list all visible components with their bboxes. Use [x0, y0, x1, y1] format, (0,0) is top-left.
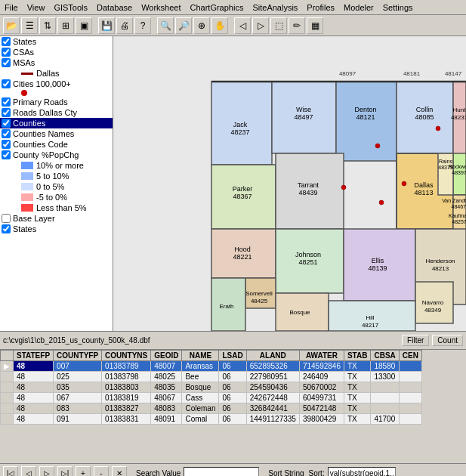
- nav-minus[interactable]: -: [94, 466, 109, 477]
- toolbar-pan[interactable]: ✋: [211, 17, 228, 34]
- cell-countyfp: 035: [54, 382, 102, 393]
- layer-county-pop[interactable]: County %PopChg: [0, 150, 113, 160]
- table-row[interactable]: 480350138380348035Bosque0625459043650670…: [1, 382, 422, 393]
- nav-delete[interactable]: ✕: [112, 466, 127, 477]
- dallas-line-icon: [21, 73, 33, 75]
- layer-counties-code-checkbox[interactable]: [2, 140, 11, 149]
- cell-countyns: 01383831: [102, 414, 151, 425]
- toolbar-box[interactable]: ▣: [76, 17, 92, 34]
- menu-settings[interactable]: Settings: [378, 2, 418, 14]
- toolbar-table[interactable]: ▦: [307, 17, 323, 34]
- svg-text:Collin: Collin: [416, 106, 434, 113]
- sort-input[interactable]: val(substr(geoid,1..: [328, 467, 396, 477]
- col-stab[interactable]: STAB: [344, 351, 370, 361]
- layer-roads-dallas-checkbox[interactable]: [2, 108, 11, 117]
- svg-marker-5: [453, 82, 466, 161]
- toolbar-save[interactable]: 💾: [98, 17, 115, 34]
- layer-cities-checkbox[interactable]: [2, 79, 11, 88]
- layer-msas[interactable]: MSAs: [0, 57, 113, 68]
- cell-cen: [399, 372, 421, 382]
- layer-csas[interactable]: CSAs: [0, 47, 113, 57]
- legend-0to5: 0 to 5%: [0, 181, 113, 192]
- layer-base-checkbox[interactable]: [2, 214, 11, 223]
- layer-states-checkbox[interactable]: [2, 37, 11, 46]
- svg-text:Henderson: Henderson: [425, 258, 455, 264]
- layer-counties-names[interactable]: Counties Names: [0, 128, 113, 139]
- menu-worksheet[interactable]: Worksheet: [137, 2, 185, 14]
- layer-base[interactable]: Base Layer: [0, 213, 113, 224]
- cell-geoid: 48067: [151, 393, 182, 403]
- table-row[interactable]: 480910138383148091Comal06144911273353980…: [1, 414, 422, 425]
- layer-roads-dallas[interactable]: Roads Dallas Cty: [0, 107, 113, 118]
- toolbar-grid[interactable]: ⊞: [57, 17, 74, 34]
- layer-states[interactable]: States: [0, 36, 113, 47]
- menu-siteanalysis[interactable]: SiteAnalysis: [248, 2, 302, 14]
- data-table[interactable]: STATEFP COUNTYFP COUNTYNS GEOID NAME LSA…: [0, 350, 466, 463]
- cell-awater: 50670002: [299, 382, 344, 393]
- menu-view[interactable]: View: [23, 2, 50, 14]
- menu-profiles[interactable]: Profiles: [302, 2, 339, 14]
- layer-primary-roads[interactable]: Primary Roads: [0, 97, 113, 107]
- layer-msas-checkbox[interactable]: [2, 58, 11, 67]
- table-row[interactable]: 480830138382748083Coleman063268424415047…: [1, 403, 422, 414]
- svg-text:48139: 48139: [368, 264, 387, 272]
- layer-csas-checkbox[interactable]: [2, 48, 11, 57]
- toolbar-forward[interactable]: ▷: [252, 17, 269, 34]
- toolbar-list[interactable]: ☰: [21, 17, 38, 34]
- layer-counties-checkbox[interactable]: [2, 119, 11, 128]
- toolbar-open[interactable]: 📂: [3, 17, 20, 34]
- layer-counties[interactable]: Counties: [0, 118, 113, 128]
- layer-counties-names-checkbox[interactable]: [2, 129, 11, 138]
- col-awater[interactable]: AWATER: [299, 351, 344, 361]
- table-row[interactable]: 480250138379848025Bee06227980951246409TX…: [1, 372, 422, 382]
- toolbar-sort[interactable]: ⇅: [39, 17, 56, 34]
- menu-file[interactable]: File: [0, 2, 23, 14]
- table-row[interactable]: 480670138381948067Cass062426724486049973…: [1, 393, 422, 403]
- map-area[interactable]: Jack 48237 Wise 48497 Denton 48121 Colli…: [113, 36, 466, 331]
- layer-primary-roads-checkbox[interactable]: [2, 97, 11, 107]
- col-name[interactable]: NAME: [182, 351, 219, 361]
- col-cen[interactable]: CEN: [399, 351, 421, 361]
- toolbar-zoom-out[interactable]: 🔎: [175, 17, 192, 34]
- col-cbsa[interactable]: CBSA: [371, 351, 399, 361]
- col-geoid[interactable]: GEOID: [151, 351, 182, 361]
- cell-stab: TX: [344, 382, 370, 393]
- layer-dallas[interactable]: Dallas: [0, 68, 113, 79]
- filter-button[interactable]: Filter: [402, 335, 429, 346]
- count-button[interactable]: Count: [432, 335, 463, 346]
- col-statefp[interactable]: STATEFP: [14, 351, 54, 361]
- toolbar-draw[interactable]: ✏: [289, 17, 305, 34]
- nav-add[interactable]: +: [76, 466, 91, 477]
- layer-states2[interactable]: States: [0, 224, 113, 234]
- col-countyns[interactable]: COUNTYNS: [102, 351, 151, 361]
- nav-first[interactable]: |◁: [3, 466, 18, 477]
- col-aland[interactable]: ALAND: [246, 351, 299, 361]
- layer-dallas-label: Dallas: [36, 69, 60, 78]
- col-countyfp[interactable]: COUNTYFP: [54, 351, 102, 361]
- nav-next[interactable]: ▷|: [57, 466, 73, 477]
- layer-msas-label: MSAs: [13, 58, 35, 67]
- menu-chartgraphics[interactable]: ChartGraphics: [186, 2, 248, 14]
- menu-modeler[interactable]: Modeler: [339, 2, 378, 14]
- toolbar-select[interactable]: ⬚: [270, 17, 287, 34]
- menu-database[interactable]: Database: [92, 2, 137, 14]
- toolbar-back[interactable]: ◁: [234, 17, 251, 34]
- layer-cities[interactable]: Cities 100,000+: [0, 79, 113, 89]
- toolbar-print[interactable]: 🖨: [116, 17, 133, 34]
- table-row[interactable]: ▶480070138378948007Aransas06652895326714…: [1, 361, 422, 372]
- menu-gistools[interactable]: GISTools: [49, 2, 92, 14]
- cell-aland: 254590436: [246, 382, 299, 393]
- svg-point-67: [379, 200, 384, 205]
- toolbar-zoom-in[interactable]: 🔍: [157, 17, 174, 34]
- nav-play[interactable]: ▷: [39, 466, 54, 477]
- col-lsad[interactable]: LSAD: [219, 351, 246, 361]
- toolbar-zoom-full[interactable]: ⊕: [193, 17, 210, 34]
- layer-county-pop-checkbox[interactable]: [2, 150, 11, 159]
- cell-countyfp: 007: [54, 361, 102, 372]
- search-input[interactable]: [184, 467, 259, 477]
- layer-counties-code[interactable]: Counties Code: [0, 139, 113, 150]
- layer-states2-checkbox[interactable]: [2, 224, 11, 233]
- toolbar-help[interactable]: ?: [134, 17, 151, 34]
- cell-stab: TX: [344, 361, 370, 372]
- nav-prev[interactable]: ◁: [21, 466, 36, 477]
